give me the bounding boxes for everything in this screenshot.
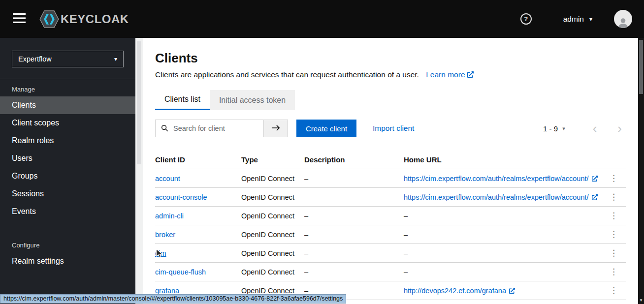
client-description: – — [304, 263, 404, 281]
table-row: admin-cli OpenID Connect – – ⋮ — [155, 207, 626, 225]
sidebar-item-clients[interactable]: Clients — [0, 96, 135, 114]
page-scrollbar-track[interactable]: ▾ — [638, 38, 644, 304]
sidebar-item-events[interactable]: Events — [0, 203, 135, 220]
nav-item: Client scopes — [0, 114, 135, 132]
page-scrollbar-thumb[interactable] — [639, 40, 643, 94]
external-link-icon — [592, 175, 598, 182]
tab-initial-access-token[interactable]: Initial access token — [210, 90, 295, 110]
external-link-icon — [467, 70, 474, 79]
masthead: KEYCLOAK ? admin ▾ — [0, 0, 644, 38]
browser-statusbar: https://cim.expertflow.com/auth/admin/ma… — [0, 294, 346, 304]
pagination-range-dropdown[interactable]: 1 - 9 ▾ — [540, 124, 568, 133]
kebab-menu-button[interactable]: ⋮ — [606, 191, 622, 203]
realm-selector[interactable]: Expertflow ▾ — [12, 51, 124, 67]
learn-more-link[interactable]: Learn more — [426, 70, 474, 79]
nav-section: Configure Realm settings — [0, 235, 135, 270]
kebab-menu-button[interactable]: ⋮ — [606, 266, 622, 278]
nav-item: Events — [0, 203, 135, 220]
page-title: Clients — [155, 51, 626, 66]
hamburger-menu-button[interactable] — [13, 13, 26, 25]
client-id-link[interactable]: cim-queue-flush — [155, 268, 206, 276]
tabs: Clients list Initial access token — [155, 90, 626, 110]
sidebar-item-sessions[interactable]: Sessions — [0, 185, 135, 203]
tab-clients-list[interactable]: Clients list — [155, 90, 210, 110]
chevron-down-icon: ▾ — [562, 125, 565, 132]
kebab-menu-button[interactable]: ⋮ — [606, 210, 622, 222]
realm-selector-wrap: Expertflow ▾ — [0, 38, 135, 79]
toolbar: Create client Import client 1 - 9 ▾ ‹ › — [155, 120, 626, 137]
sidebar-item-realm-roles[interactable]: Realm roles — [0, 132, 135, 150]
user-menu-dropdown[interactable]: admin ▾ — [560, 14, 595, 24]
keycloak-logo-icon — [39, 10, 59, 28]
nav-item: Sessions — [0, 185, 135, 203]
help-icon[interactable]: ? — [520, 13, 532, 25]
import-client-link[interactable]: Import client — [373, 124, 414, 133]
client-id-link[interactable]: broker — [155, 231, 175, 239]
kebab-menu-button[interactable]: ⋮ — [606, 228, 622, 241]
home-url-link[interactable]: http://devops242.ef.com/grafana — [404, 287, 506, 295]
keycloak-logo-text: KEYCLOAK — [61, 12, 129, 26]
keycloak-logo: KEYCLOAK — [39, 10, 129, 28]
kebab-menu-button[interactable]: ⋮ — [606, 247, 622, 259]
client-description: – — [304, 188, 404, 207]
search-input[interactable] — [155, 120, 264, 137]
client-description: – — [304, 207, 404, 225]
home-url-empty: – — [404, 268, 408, 276]
home-url-empty: – — [404, 212, 408, 220]
client-id-link[interactable]: account-console — [155, 193, 207, 201]
home-url-link[interactable]: https://cim.expertflow.com/auth/realms/e… — [404, 193, 589, 201]
content-scrollbar-track[interactable] — [135, 38, 143, 304]
kebab-menu-button[interactable]: ⋮ — [606, 172, 622, 184]
kebab-menu-button[interactable]: ⋮ — [606, 284, 622, 297]
username: admin — [563, 15, 584, 24]
table-row: cim OpenID Connect – – ⋮ — [155, 244, 626, 263]
pagination-next-button[interactable]: › — [617, 122, 622, 135]
home-url-empty: – — [404, 231, 408, 239]
search-submit-button[interactable] — [264, 120, 288, 137]
page-subtitle: Clients are applications and services th… — [155, 70, 419, 79]
client-type: OpenID Connect — [241, 244, 304, 263]
client-description: – — [304, 225, 404, 244]
create-client-button[interactable]: Create client — [296, 120, 356, 137]
client-id-link[interactable]: admin-cli — [155, 212, 184, 220]
clients-table: Client IDTypeDescriptionHome URL account… — [155, 151, 626, 300]
nav-item: Clients — [0, 96, 135, 114]
column-header-home-url: Home URL — [404, 151, 605, 169]
sidebar-item-client-scopes[interactable]: Client scopes — [0, 114, 135, 132]
hamburger-icon — [13, 13, 26, 23]
column-header-actions — [605, 151, 626, 169]
client-id-link[interactable]: account — [155, 175, 180, 182]
home-url-link[interactable]: https://cim.expertflow.com/auth/realms/e… — [404, 175, 589, 182]
sidebar-item-users[interactable]: Users — [0, 150, 135, 167]
statusbar-url: https://cim.expertflow.com/auth/admin/ma… — [0, 294, 346, 304]
masthead-right: ? admin ▾ — [520, 10, 632, 28]
table-row: broker OpenID Connect – – ⋮ — [155, 225, 626, 244]
nav-item: Realm settings — [0, 252, 135, 270]
main-content: Clients Clients are applications and ser… — [143, 38, 638, 304]
arrow-right-icon — [271, 124, 281, 131]
sidebar-nav: Manage Clients Client scopes Realm roles… — [0, 79, 135, 270]
content-scrollbar-thumb[interactable] — [137, 41, 141, 164]
clients-table-header-row: Client IDTypeDescriptionHome URL — [155, 151, 626, 169]
nav-section-list: Clients Client scopes Realm roles Users … — [0, 96, 135, 220]
sidebar: Expertflow ▾ Manage Clients Client scope… — [0, 38, 135, 304]
learn-more-label: Learn more — [426, 70, 465, 79]
scrollbar-down-arrow-icon[interactable]: ▾ — [638, 298, 644, 303]
pagination-prev-button[interactable]: ‹ — [593, 122, 597, 135]
nav-item: Realm roles — [0, 132, 135, 150]
realm-name: Expertflow — [18, 55, 52, 63]
avatar[interactable] — [614, 10, 632, 28]
nav-section-label: Configure — [0, 235, 135, 252]
column-header-description: Description — [304, 151, 404, 169]
table-row: account OpenID Connect – https://cim.exp… — [155, 169, 626, 188]
client-type: OpenID Connect — [241, 263, 304, 281]
chevron-down-icon: ▾ — [589, 16, 592, 23]
chevron-down-icon: ▾ — [114, 56, 117, 62]
client-type: OpenID Connect — [241, 169, 304, 188]
sidebar-item-realm-settings[interactable]: Realm settings — [0, 252, 135, 270]
nav-section: Manage Clients Client scopes Realm roles… — [0, 79, 135, 220]
user-avatar-icon — [617, 17, 629, 28]
nav-item: Groups — [0, 167, 135, 185]
client-id-link[interactable]: cim — [155, 249, 166, 257]
sidebar-item-groups[interactable]: Groups — [0, 167, 135, 185]
